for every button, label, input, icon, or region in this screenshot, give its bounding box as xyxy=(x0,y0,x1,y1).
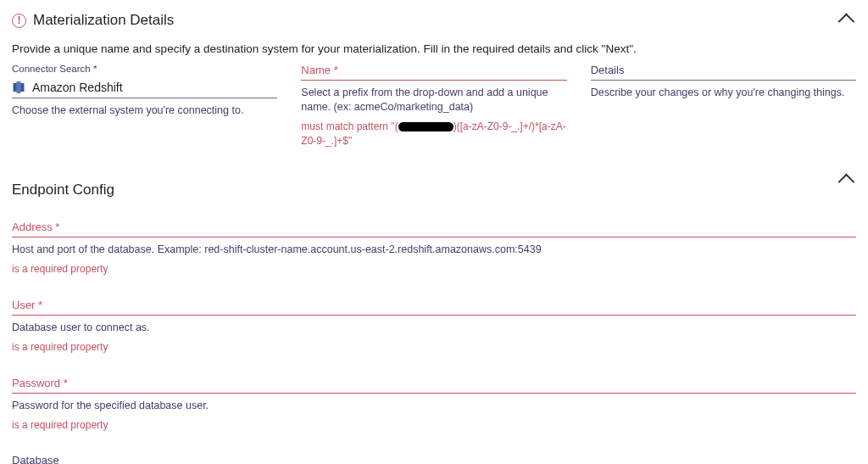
materialization-details-section: ! Materialization Details Provide a uniq… xyxy=(12,12,856,148)
name-label: Name xyxy=(301,64,337,76)
connector-select[interactable]: Amazon Redshift xyxy=(12,81,277,98)
database-field: Database Name of the logical database to… xyxy=(12,454,856,464)
connector-search-label: Connector Search xyxy=(12,64,277,74)
materialization-description: Provide a unique name and specify a dest… xyxy=(12,42,856,55)
materialization-header[interactable]: ! Materialization Details xyxy=(12,12,856,29)
user-label: User xyxy=(12,299,42,311)
materialization-header-left: ! Materialization Details xyxy=(12,12,174,29)
password-error: is a required property xyxy=(12,418,856,433)
address-field: Address Host and port of the database. E… xyxy=(12,221,856,277)
name-column: Name Select a prefix from the drop-down … xyxy=(301,64,566,148)
materialization-columns: Connector Search Amazon Redshift Choose … xyxy=(12,64,856,148)
endpoint-header[interactable]: Endpoint Config xyxy=(12,163,856,198)
svg-rect-0 xyxy=(14,83,18,92)
redshift-icon xyxy=(12,81,25,94)
password-field: Password Password for the specified data… xyxy=(12,377,856,433)
password-label: Password xyxy=(12,377,68,389)
redacted-block xyxy=(398,122,453,131)
name-error: must match pattern "()([a-zA-Z0-9-_.]+/)… xyxy=(301,120,566,148)
svg-rect-2 xyxy=(17,81,21,93)
address-input[interactable]: Address xyxy=(12,221,856,238)
details-label: Details xyxy=(591,64,625,76)
database-label: Database xyxy=(12,454,59,464)
materialization-title: Materialization Details xyxy=(33,12,174,29)
details-column: Details Describe your changes or why you… xyxy=(591,64,856,148)
details-helper: Describe your changes or why you're chan… xyxy=(591,86,856,100)
user-helper: Database user to connect as. xyxy=(12,321,856,335)
alert-icon: ! xyxy=(12,14,26,28)
details-input[interactable]: Details xyxy=(591,64,856,81)
connector-column: Connector Search Amazon Redshift Choose … xyxy=(12,64,277,148)
svg-rect-1 xyxy=(20,83,25,92)
user-field: User Database user to connect as. is a r… xyxy=(12,299,856,355)
address-label: Address xyxy=(12,221,59,233)
name-error-prefix: must match pattern "( xyxy=(301,120,398,132)
endpoint-config-section: Endpoint Config Address Host and port of… xyxy=(12,163,856,464)
address-error: is a required property xyxy=(12,262,856,277)
chevron-up-icon xyxy=(838,174,855,191)
name-helper: Select a prefix from the drop-down and a… xyxy=(301,86,566,115)
name-input[interactable]: Name xyxy=(301,64,566,81)
database-input[interactable]: Database xyxy=(12,454,856,464)
user-input[interactable]: User xyxy=(12,299,856,316)
connector-name: Amazon Redshift xyxy=(32,81,123,94)
chevron-up-icon xyxy=(838,14,855,31)
endpoint-title: Endpoint Config xyxy=(12,182,114,198)
user-error: is a required property xyxy=(12,340,856,355)
password-helper: Password for the specified database user… xyxy=(12,399,856,413)
address-helper: Host and port of the database. Example: … xyxy=(12,243,856,257)
connector-helper: Choose the external system you're connec… xyxy=(12,103,277,118)
password-input[interactable]: Password xyxy=(12,377,856,394)
